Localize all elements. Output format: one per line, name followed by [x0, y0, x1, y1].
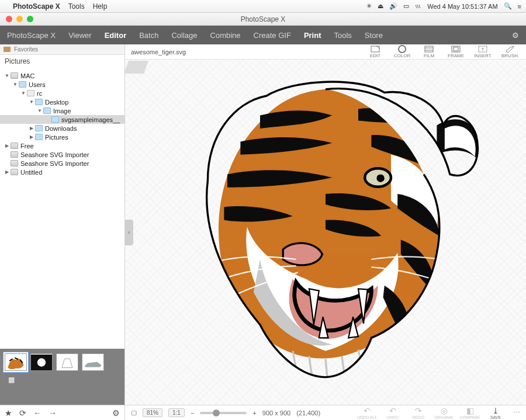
editor-canvas-area: awesome_tiger.svg EDITCOLORFILMFRAMETINS…: [125, 44, 526, 405]
wifi-icon[interactable]: ᯾: [415, 3, 421, 10]
menubar-datetime[interactable]: Wed 4 May 10:51:37 AM: [427, 3, 497, 10]
canvas[interactable]: ‹: [125, 60, 526, 405]
svg-point-6: [399, 46, 406, 53]
svg-point-15: [376, 174, 384, 182]
back-icon[interactable]: ←: [33, 408, 41, 418]
folder-icon: [4, 47, 11, 52]
mac-menubar: PhotoScape X Tools Help ✳︎ ⏏ 🔊 ▭ ᯾ Wed 4…: [0, 0, 526, 13]
tab-create-gif[interactable]: Create GIF: [254, 31, 291, 40]
app-tabs: PhotoScape X Viewer Editor Batch Collage…: [0, 26, 526, 44]
history-compare: ◧COMPARE: [458, 406, 482, 419]
menu-extra-icon[interactable]: ≡: [518, 3, 521, 10]
tree-row[interactable]: svgsampleimages__: [0, 115, 124, 124]
pixel-count: (21,400): [296, 409, 320, 416]
history-undo: ↶UNDO: [380, 406, 405, 419]
tree-row[interactable]: ▼rc: [0, 89, 124, 98]
zoom-in-icon[interactable]: +: [252, 409, 256, 416]
thumbnail[interactable]: [5, 353, 27, 371]
tree-row[interactable]: ▶Untitled: [0, 168, 124, 176]
history-undo-all: ↶UNDO ALL: [355, 406, 379, 419]
svg-rect-7: [425, 46, 433, 52]
window-title: PhotoScape X: [0, 15, 526, 23]
tree-row[interactable]: ▼Desktop: [0, 98, 124, 106]
zoom-out-icon[interactable]: −: [191, 409, 194, 416]
volume-icon[interactable]: 🔊: [389, 2, 397, 10]
tree-row[interactable]: ▶Pictures: [0, 133, 124, 141]
tab-store[interactable]: Store: [365, 31, 383, 40]
collapse-sidebar-button[interactable]: ‹: [125, 220, 133, 245]
display-icon[interactable]: ▭: [403, 2, 409, 10]
forward-icon[interactable]: →: [49, 408, 57, 418]
tree-row[interactable]: ▼MAC: [0, 71, 124, 80]
settings-icon[interactable]: ⚙: [512, 31, 519, 40]
svg-rect-11: [454, 47, 458, 51]
pictures-label[interactable]: Pictures: [0, 55, 124, 68]
tool-film[interactable]: FILM: [416, 44, 442, 58]
tab-photoscape[interactable]: PhotoScape X: [7, 31, 56, 40]
tree-row[interactable]: ▶Free: [0, 141, 124, 150]
tab-print[interactable]: Print: [304, 31, 321, 40]
tab-editor[interactable]: Editor: [105, 31, 127, 40]
history-save[interactable]: ⤓SAVE: [483, 406, 508, 419]
zoom-percent[interactable]: 81%: [143, 408, 162, 417]
history-redo: ↷REDO: [406, 406, 431, 419]
minimize-window-button[interactable]: [16, 16, 23, 22]
tab-batch[interactable]: Batch: [139, 31, 158, 40]
more-icon[interactable]: ⋯: [514, 409, 520, 416]
image-dimensions: 900 x 900: [262, 409, 290, 416]
window-titlebar: PhotoScape X: [0, 13, 526, 26]
gear-icon[interactable]: ⚙: [112, 408, 120, 418]
tool-edit[interactable]: EDIT: [362, 44, 388, 58]
tool-frame[interactable]: FRAME: [443, 44, 469, 58]
tool-brush[interactable]: BRUSH: [497, 44, 522, 58]
close-window-button[interactable]: [6, 16, 12, 22]
menubar-item[interactable]: Tools: [68, 2, 85, 11]
refresh-icon[interactable]: ⟳: [19, 408, 26, 418]
menubar-app[interactable]: PhotoScape X: [13, 2, 60, 11]
spotlight-icon[interactable]: 🔍: [504, 2, 512, 10]
menubar-item[interactable]: Help: [93, 2, 108, 11]
zoom-ratio[interactable]: 1:1: [168, 408, 185, 417]
image-content: [162, 63, 489, 390]
thumbnail-strip: ▦: [0, 349, 124, 405]
tab-viewer[interactable]: Viewer: [68, 31, 92, 40]
tree-row[interactable]: Seashore SVG Importer: [0, 150, 124, 159]
tab-tools[interactable]: Tools: [334, 31, 352, 40]
tree-row[interactable]: ▶Downloads: [0, 124, 124, 133]
sidebar-footer: ★ ⟳ ← → ⚙: [0, 405, 125, 420]
tab-collage[interactable]: Collage: [171, 31, 197, 40]
maximize-window-button[interactable]: [27, 16, 33, 22]
grid-toggle-icon[interactable]: ▦: [5, 374, 18, 385]
thumbnail[interactable]: [82, 353, 104, 371]
svg-rect-3: [57, 355, 78, 370]
history-original: ◎ORIGINAL: [432, 406, 456, 419]
favorites-label: Favorites: [14, 46, 38, 53]
current-filename: awesome_tiger.svg: [131, 48, 186, 55]
tool-color[interactable]: COLOR: [389, 44, 415, 58]
tree-row[interactable]: ▼Image: [0, 106, 124, 115]
status-icon: ⏏: [378, 2, 383, 10]
tool-insert[interactable]: TINSERT: [470, 44, 496, 58]
sidebar: Favorites Pictures ▼MAC▼Users▼rc▼Desktop…: [0, 44, 125, 405]
thumbnail[interactable]: [56, 353, 78, 371]
svg-point-2: [37, 358, 46, 366]
favorites-bar[interactable]: Favorites: [0, 44, 124, 55]
zoom-slider[interactable]: [200, 412, 247, 414]
tree-row[interactable]: ▼Users: [0, 80, 124, 89]
folder-tree[interactable]: ▼MAC▼Users▼rc▼Desktop▼Imagesvgsampleimag…: [0, 68, 124, 349]
tree-row[interactable]: Seashore SVG Importer: [0, 159, 124, 168]
thumbnail[interactable]: [30, 353, 53, 371]
star-icon[interactable]: ★: [5, 408, 12, 418]
svg-text:T: T: [482, 47, 485, 52]
canvas-tag: [125, 61, 148, 74]
tab-combine[interactable]: Combine: [210, 31, 241, 40]
status-icon: ✳︎: [366, 2, 372, 10]
canvas-footer: ▢ 81% 1:1 − + 900 x 900 (21,400) ↶UNDO A…: [125, 405, 526, 420]
fit-screen-icon[interactable]: ▢: [131, 409, 137, 416]
